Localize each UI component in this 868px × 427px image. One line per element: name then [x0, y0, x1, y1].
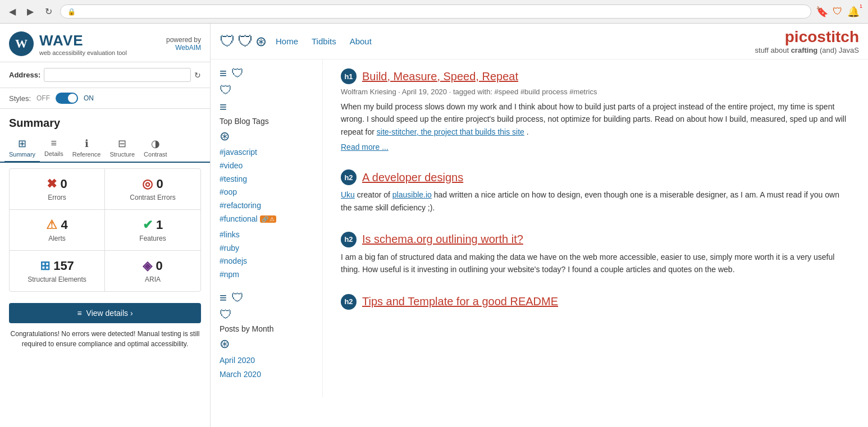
contrast-tab-icon: ◑ [151, 137, 160, 150]
post-1-excerpt-end: . [527, 127, 529, 136]
bookmark-icon[interactable]: 🔖 [816, 6, 828, 18]
nav-tidbits[interactable]: Tidbits [312, 36, 336, 46]
post-1-title[interactable]: Build, Measure, Speed, Repeat [362, 70, 518, 83]
reload-button[interactable]: ↻ [42, 5, 56, 18]
tab-contrast-label: Contrast [144, 151, 167, 158]
tag-links: #javascript #video #testing #oop #refact… [220, 146, 313, 226]
month-march-2020[interactable]: March 2020 [220, 368, 313, 382]
post-1-read-more[interactable]: Read more ... [341, 143, 850, 151]
subtitle-plain: stuff about [755, 46, 791, 54]
post-2-title[interactable]: A developer designs [362, 171, 463, 184]
structural-icon: ⊞ [40, 259, 50, 273]
posts-by-month-icon-row-3: ⊛ [220, 337, 313, 351]
tag-links[interactable]: #links [220, 228, 313, 242]
nav-about[interactable]: About [350, 36, 372, 46]
wave-overlay-badge: 🔗 ⚠ [260, 215, 276, 223]
wave-logo: W [9, 31, 34, 56]
tag-links-2: #links #ruby #nodejs #npm [220, 228, 313, 282]
subtitle-end: (and) JavaS [817, 46, 859, 54]
errors-label: Errors [48, 194, 66, 201]
contrast-errors-label: Contrast Errors [130, 194, 175, 201]
tag-refactoring[interactable]: #refactoring [220, 199, 313, 213]
site-logo-link[interactable]: picostitch [785, 28, 859, 45]
tag-nodejs[interactable]: #nodejs [220, 255, 313, 268]
wave-address-input[interactable]: picostitch.com [44, 68, 191, 82]
post-3-excerpt: I am a big fan of structured data and ma… [341, 251, 850, 276]
alerts-count: 4 [61, 218, 67, 232]
tab-reference-label: Reference [72, 151, 101, 158]
alerts-label: Alerts [48, 235, 66, 242]
forward-button[interactable]: ▶ [24, 5, 37, 18]
tab-summary[interactable]: ⊞ Summary [4, 134, 40, 163]
styles-on-label: ON [84, 94, 94, 102]
wave-logo-row: W WAVE web accessibility evaluation tool… [9, 31, 201, 56]
post-entry-3: h2 Is schema.org outlining worth it? I a… [341, 232, 850, 276]
post-2-link-uku[interactable]: Uku [341, 190, 355, 199]
month-shield-icon: 🛡 [231, 291, 244, 305]
tab-details-label: Details [44, 150, 63, 157]
tags-shield-icon: 🛡 [231, 66, 244, 81]
site-logo: picostitch stuff about crafting (and) Ja… [755, 28, 859, 54]
wave-refresh-button[interactable]: ↻ [194, 71, 201, 80]
errors-stat: ✖ 0 Errors [10, 169, 105, 210]
post-1-heading-row: h1 Build, Measure, Speed, Repeat [341, 68, 850, 84]
h1-badge: h1 [341, 68, 357, 84]
tab-structure[interactable]: ⊟ Structure [105, 134, 139, 163]
css-icon-1: 🛡 [220, 32, 235, 50]
congrats-message: Congratulations! No errors were detected… [9, 329, 201, 349]
tab-details[interactable]: ≡ Details [40, 134, 68, 163]
post-entry-4: h2 Tips and Template for a good README [341, 294, 850, 310]
month-april-2020[interactable]: April 2020 [220, 353, 313, 368]
structure-tab-icon: ⊟ [118, 137, 126, 150]
url-input[interactable]: wave.webaim.org/report#/picostitch.com [79, 7, 804, 16]
tag-npm[interactable]: #npm [220, 268, 313, 282]
error-icon: ✖ [47, 177, 57, 191]
address-label: Address: [9, 71, 40, 79]
wave-address-bar: Address: picostitch.com ↻ [0, 62, 210, 88]
post-1-excerpt-link[interactable]: site-stitcher, the project that builds t… [377, 127, 524, 136]
tab-summary-label: Summary [9, 151, 35, 158]
tag-functional-row: #functional 🔗 ⚠ [220, 213, 313, 226]
tag-video[interactable]: #video [220, 159, 313, 173]
tag-oop[interactable]: #oop [220, 186, 313, 199]
site-nav-icons: 🛡 🛡 ⊛ [220, 32, 267, 50]
subtitle-bold: crafting [791, 46, 818, 54]
css-icon-2: 🛡 [237, 32, 253, 50]
tab-contrast[interactable]: ◑ Contrast [139, 134, 172, 163]
post-2-link-plausible[interactable]: plausible.io [392, 190, 432, 199]
tags-shield-icon-2: 🛡 [220, 83, 232, 98]
month-shield-icon-2: 🛡 [220, 307, 232, 322]
site-nav-links: Home Tidbits About [276, 36, 372, 46]
tag-functional[interactable]: #functional [220, 213, 258, 226]
h2-badge-1: h2 [341, 169, 357, 185]
tab-reference[interactable]: ℹ Reference [68, 134, 106, 163]
webaim-link[interactable]: WebAIM [175, 44, 201, 52]
back-button[interactable]: ◀ [6, 5, 19, 18]
summary-tab-icon: ⊞ [18, 137, 26, 150]
wave-tabs: ⊞ Summary ≡ Details ℹ Reference ⊟ Struct… [0, 134, 210, 163]
tag-ruby[interactable]: #ruby [220, 242, 313, 255]
website-panel: 🛡 🛡 ⊛ Home Tidbits About picostitch stuf… [211, 24, 868, 427]
alerts-stat: ⚠ 4 Alerts [10, 210, 105, 251]
post-2-middle: creator of [357, 190, 392, 199]
post-3-title[interactable]: Is schema.org outlining worth it? [362, 233, 523, 246]
tag-javascript[interactable]: #javascript [220, 146, 313, 159]
post-4-title[interactable]: Tips and Template for a good README [362, 295, 558, 308]
nav-home[interactable]: Home [276, 36, 298, 46]
post-1-meta: Wolfram Kriesing · April 19, 2020 · tagg… [341, 88, 850, 96]
site-header: 🛡 🛡 ⊛ Home Tidbits About picostitch stuf… [211, 24, 868, 59]
post-2-excerpt: Uku creator of plausible.io had written … [341, 189, 850, 214]
overlay-link-icon: 🔗 [262, 216, 268, 222]
notification-icon[interactable]: 🔔1 [847, 6, 862, 18]
view-details-button[interactable]: ≡ View details › [9, 303, 201, 323]
address-bar[interactable]: 🔒 wave.webaim.org/report#/picostitch.com [60, 4, 811, 19]
summary-title: Summary [0, 109, 210, 134]
tag-testing[interactable]: #testing [220, 173, 313, 186]
top-blog-tags-icon-row-3: ≡ [220, 100, 313, 114]
month-list-icon-2: ⊛ [220, 337, 230, 351]
posts-by-month-icon-row: ≡ 🛡 [220, 291, 313, 305]
brave-icon[interactable]: 🛡 [833, 6, 843, 17]
styles-switch[interactable] [56, 93, 78, 104]
post-2-heading-row: h2 A developer designs [341, 169, 850, 185]
styles-label: Styles: [9, 94, 31, 103]
